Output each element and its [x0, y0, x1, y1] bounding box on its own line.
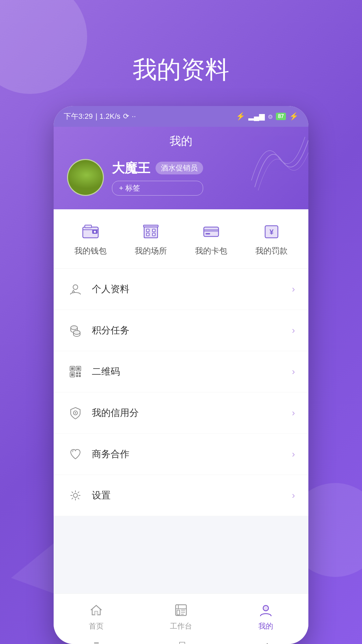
settings-icon [67, 487, 84, 504]
menu-item-profile[interactable]: 个人资料 › [54, 269, 308, 310]
page-background-title: 我的资料 [133, 54, 229, 86]
svg-rect-21 [71, 367, 74, 370]
svg-point-19 [73, 330, 80, 334]
workbench-nav-label: 工作台 [170, 621, 192, 631]
svg-rect-40 [177, 610, 180, 615]
wallet-label: 我的钱包 [74, 246, 107, 256]
workbench-icon [173, 602, 189, 619]
status-left: 下午3:29 | 1.2K/s ⟳ ·· [64, 111, 136, 121]
quick-action-fine[interactable]: ¥ 我的罚款 [241, 221, 302, 256]
nav-item-home[interactable]: 首页 [73, 602, 120, 631]
shield-icon [67, 405, 84, 421]
svg-rect-6 [153, 229, 155, 232]
svg-point-31 [75, 412, 76, 414]
svg-rect-9 [143, 225, 158, 227]
svg-rect-23 [77, 367, 80, 370]
svg-rect-27 [79, 372, 81, 374]
fine-label: 我的罚款 [255, 246, 288, 256]
home-nav-label: 首页 [89, 621, 104, 631]
points-menu-label: 积分任务 [92, 324, 292, 337]
card-label: 我的卡包 [195, 246, 227, 256]
svg-rect-8 [153, 233, 155, 236]
svg-rect-26 [76, 372, 78, 374]
settings-menu-label: 设置 [92, 489, 292, 502]
svg-point-18 [71, 326, 77, 330]
menu-item-qrcode[interactable]: 二维码 › [54, 351, 308, 392]
svg-rect-12 [205, 233, 210, 234]
qrcode-menu-label: 二维码 [92, 365, 292, 378]
svg-rect-4 [144, 226, 158, 238]
status-time: 下午3:29 [64, 111, 93, 121]
building-icon [139, 221, 163, 241]
credit-menu-label: 我的信用分 [92, 407, 292, 419]
bluetooth-icon: ⚡ [236, 112, 245, 121]
quick-actions: 我的钱包 我的场所 [54, 209, 308, 269]
heart-icon [67, 446, 84, 463]
card-icon [199, 221, 223, 241]
svg-point-2 [94, 231, 96, 233]
bottom-nav: 首页 工作台 [54, 593, 308, 644]
system-back-button[interactable]: ‹ [265, 639, 268, 644]
business-menu-label: 商务合作 [92, 448, 292, 461]
battery-indicator: 87 [276, 113, 286, 120]
quick-action-card[interactable]: 我的卡包 [181, 221, 241, 256]
quick-action-wallet[interactable]: 我的钱包 [60, 221, 121, 256]
avatar [67, 159, 104, 196]
nav-item-mine[interactable]: 我的 [242, 602, 289, 631]
mine-nav-label: 我的 [258, 621, 273, 631]
status-bar: 下午3:29 | 1.2K/s ⟳ ·· ⚡ ▂▄▆ ⌾ 87 ⚡ [54, 106, 308, 127]
svg-rect-28 [76, 375, 78, 377]
system-menu-button[interactable]: ≡ [94, 639, 99, 644]
svg-rect-29 [79, 375, 81, 377]
coins-icon [67, 322, 84, 339]
phone-frame: 下午3:29 | 1.2K/s ⟳ ·· ⚡ ▂▄▆ ⌾ 87 ⚡ 我的 [54, 106, 308, 644]
system-nav-bar: ≡ □ ‹ [54, 637, 308, 644]
venue-label: 我的场所 [135, 246, 167, 256]
fine-icon: ¥ [260, 221, 283, 241]
bg-decoration-circle-top [0, 0, 87, 94]
wifi-icon: ⌾ [268, 112, 273, 121]
chevron-right-icon-6: › [292, 490, 295, 501]
svg-rect-11 [204, 229, 219, 232]
menu-item-points[interactable]: 积分任务 › [54, 310, 308, 351]
chevron-right-icon-3: › [292, 366, 295, 377]
svg-rect-33 [95, 611, 98, 615]
svg-text:¥: ¥ [269, 228, 274, 236]
profile-info: 大魔王 酒水促销员 + 标签 [112, 160, 203, 196]
mine-icon [257, 602, 274, 619]
svg-point-32 [73, 493, 77, 497]
svg-rect-25 [71, 373, 74, 376]
profile-menu-label: 个人资料 [92, 283, 292, 296]
header-wave-decoration [248, 133, 308, 194]
menu-item-business[interactable]: 商务合作 › [54, 434, 308, 475]
menu-list: 个人资料 › 积分任务 › [54, 269, 308, 516]
chevron-right-icon: › [292, 284, 295, 294]
profile-name-row: 大魔王 酒水促销员 [112, 160, 203, 177]
quick-action-venue[interactable]: 我的场所 [121, 221, 181, 256]
nav-items: 首页 工作台 [54, 602, 308, 631]
home-icon [88, 602, 105, 619]
header-section: 我的 大魔王 酒水促销员 + 标签 [54, 127, 308, 209]
chevron-right-icon-5: › [292, 449, 295, 460]
svg-point-41 [263, 605, 268, 611]
svg-rect-5 [146, 229, 149, 232]
signal-icon: ▂▄▆ [248, 112, 265, 121]
person-icon [67, 281, 84, 298]
status-network: | 1.2K/s [96, 112, 120, 121]
system-home-button[interactable]: □ [179, 639, 185, 644]
add-tag-button[interactable]: + 标签 [112, 181, 203, 196]
charging-icon: ⚡ [289, 112, 298, 121]
empty-content-area [54, 516, 308, 593]
wallet-icon [79, 221, 102, 241]
qrcode-icon [67, 363, 84, 380]
status-dots: ·· [132, 112, 136, 121]
svg-rect-7 [146, 233, 149, 236]
status-right: ⚡ ▂▄▆ ⌾ 87 ⚡ [236, 112, 298, 121]
profile-name: 大魔王 [112, 160, 150, 177]
nav-item-workbench[interactable]: 工作台 [158, 602, 204, 631]
svg-rect-3 [85, 225, 92, 228]
role-badge: 酒水促销员 [156, 162, 203, 174]
menu-item-settings[interactable]: 设置 › [54, 475, 308, 516]
status-sync-icon: ⟳ [123, 112, 129, 121]
menu-item-credit[interactable]: 我的信用分 › [54, 392, 308, 434]
